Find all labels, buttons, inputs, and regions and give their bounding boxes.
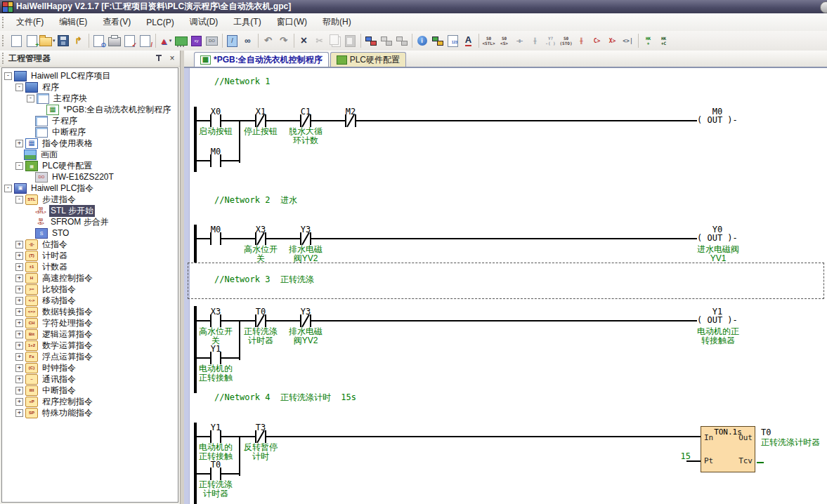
download-card-button[interactable] [174, 33, 189, 48]
tree-item-clock-instructions[interactable]: +(C)时钟指令 [2, 362, 178, 373]
network2-comment[interactable]: //Network 2 进水 [214, 194, 297, 206]
network1-comment[interactable]: //Network 1 [214, 77, 270, 86]
tree-item-convert-instructions[interactable]: +<=>数据转换指令 [2, 306, 178, 317]
expander-+-icon[interactable]: + [15, 297, 23, 305]
tree-item-program-ctrl-instructions[interactable]: ++P程序控制指令 [2, 396, 178, 407]
expander---icon[interactable]: - [15, 162, 23, 170]
tree-item-hw-module[interactable]: DOHW-E16ZS220T [2, 171, 178, 183]
io-module-button[interactable]: DO [204, 33, 220, 48]
usage-table-button[interactable]: 123 [445, 33, 461, 48]
copy-button[interactable] [327, 33, 343, 48]
tree-item-program[interactable]: -程序 [2, 81, 178, 93]
edit-properties-button[interactable]: / [138, 33, 153, 48]
expander-+-icon[interactable]: + [15, 409, 23, 417]
tree-item-compare-instructions[interactable]: +>=比较指令 [2, 284, 178, 295]
vertical-line-tool-button[interactable]: <>| [620, 33, 636, 48]
expander---icon[interactable]: - [15, 196, 23, 204]
menu-grip[interactable] [2, 17, 6, 28]
coil-m0[interactable]: ( OUT )- [697, 115, 738, 125]
expander-+-icon[interactable]: + [15, 241, 23, 248]
expander-+-icon[interactable]: + [15, 308, 23, 316]
tree-item-interrupt-program[interactable]: 中断程序 [2, 126, 178, 138]
syntax-check-button[interactable]: ✓ [122, 33, 138, 48]
expander-+-icon[interactable]: + [15, 286, 23, 293]
tree-item-float-instructions[interactable]: +Fx浮点运算指令 [2, 351, 178, 362]
tree-item-sfrom-step-merge[interactable]: S0<S>SFROM 步合并 [2, 216, 178, 227]
menu-view[interactable]: 查看(V) [95, 13, 138, 31]
menu-window[interactable]: 窗口(W) [269, 13, 315, 31]
network-move-up-button[interactable] [379, 33, 394, 48]
undo-button[interactable]: ↶ [261, 33, 276, 48]
expander---icon[interactable]: - [4, 185, 12, 192]
expander-+-icon[interactable]: + [15, 353, 23, 361]
expander-+-icon[interactable]: + [15, 252, 23, 260]
expander-+-icon[interactable]: + [15, 319, 23, 327]
contact-branch-tool-button[interactable]: ╫ [528, 33, 543, 48]
network4-comment[interactable]: //Network 4 正转洗涤计时 15s [214, 392, 356, 404]
paste-button[interactable] [343, 33, 358, 48]
hk-add-button[interactable]: HK + [641, 33, 656, 48]
tree-item-instructions-root[interactable]: -▣Haiwell PLC指令 [2, 183, 178, 194]
network-config-button[interactable] [430, 33, 445, 48]
network3-comment[interactable]: //Network 3 正转洗涤 [214, 274, 314, 286]
pin-icon[interactable] [153, 53, 164, 64]
save-button[interactable] [56, 33, 71, 48]
expander-+-icon[interactable]: + [15, 342, 23, 350]
tree-item-interrupt-instructions[interactable]: +IIII中断指令 [2, 385, 178, 396]
expander-+-icon[interactable]: + [15, 263, 23, 271]
tree-item-char-instructions[interactable]: +CH字符处理指令 [2, 317, 178, 329]
print-button[interactable] [107, 33, 122, 48]
expander-+-icon[interactable]: + [15, 331, 23, 338]
cut-button[interactable]: ✂ [312, 33, 327, 48]
expander-+-icon[interactable]: + [15, 398, 23, 406]
options-button[interactable]: / [225, 33, 240, 48]
expander---icon[interactable]: - [15, 84, 23, 91]
coil-reset-tool-button[interactable]: X> [605, 33, 620, 48]
delete-button[interactable]: × [297, 33, 312, 48]
redo-button[interactable]: ↷ [276, 33, 292, 48]
expander-+-icon[interactable]: + [15, 387, 23, 394]
tree-item-project-root[interactable]: -Haiwell PLC程序项目 [2, 70, 178, 81]
tree-item-special-instructions[interactable]: +SP特殊功能指令 [2, 407, 178, 418]
info-button[interactable]: i [415, 33, 430, 48]
window-control-button[interactable] [820, 1, 827, 13]
coil-out-tool-button[interactable]: Y? -( ) [543, 33, 559, 48]
expander-+-icon[interactable]: + [15, 274, 23, 282]
tree-item-logic-instructions[interactable]: +Bit逻辑运算指令 [2, 329, 178, 340]
menu-plc[interactable]: PLC(P) [138, 15, 181, 30]
hk-add-c-button[interactable]: HK +C [656, 33, 672, 48]
tab-hw-config[interactable]: PLC硬件配置 [330, 52, 406, 67]
tree-item-highspeed-instructions[interactable]: +H高速控制指令 [2, 272, 178, 284]
open-file-button[interactable]: ▾ [39, 33, 56, 48]
coil-set-tool-button[interactable]: C> [590, 33, 605, 48]
expander---icon[interactable]: - [4, 72, 12, 80]
tree-item-hw-config[interactable]: -▦PLC硬件配置 [2, 160, 178, 171]
tree-item-math-instructions[interactable]: +1+2数学运算指令 [2, 340, 178, 351]
menu-file[interactable]: 文件(F) [8, 13, 51, 31]
menu-edit[interactable]: 编辑(E) [51, 13, 95, 31]
compile-button[interactable]: ▲▾ [158, 33, 174, 48]
menu-debug[interactable]: 调试(D) [182, 13, 226, 31]
menu-help[interactable]: 帮助(H) [315, 13, 359, 31]
compile-dropdown-icon[interactable]: ▾ [169, 38, 172, 44]
stl-step-start-button[interactable]: S0 <STL> [481, 33, 497, 48]
tree-item-bit-instructions[interactable]: +-||-位指令 [2, 239, 178, 250]
export-button[interactable]: ↱ [71, 33, 86, 48]
print-preview-button[interactable]: ⊙ [91, 33, 107, 48]
tree-item-usage-table[interactable]: +▦指令使用表格 [2, 138, 178, 149]
close-icon[interactable]: × [167, 53, 178, 64]
tree-item-main-block[interactable]: -主程序块 [2, 93, 178, 104]
tree-item-comm-instructions[interactable]: +~通讯指令 [2, 373, 178, 385]
font-button[interactable]: A [461, 33, 476, 48]
expander-+-icon[interactable]: + [15, 140, 23, 147]
tree-item-timer-instructions[interactable]: +(T)计时器 [2, 250, 178, 261]
branch-red-tool-button[interactable]: ╫ [574, 33, 590, 48]
new-file-button[interactable] [8, 33, 24, 48]
coil-y1[interactable]: ( OUT )- [697, 315, 738, 325]
coil-y0[interactable]: ( OUT )- [697, 233, 738, 243]
timer-block-t0-pt-value[interactable]: 15 [671, 451, 691, 461]
toolbar-grip[interactable] [2, 35, 6, 46]
stl-step-end-button[interactable]: S0 (STO) [559, 33, 574, 48]
tree-item-pgb-program[interactable]: ▦*PGB:全自动洗衣机控制程序 [2, 104, 178, 115]
new-project-button[interactable]: + [24, 33, 39, 48]
